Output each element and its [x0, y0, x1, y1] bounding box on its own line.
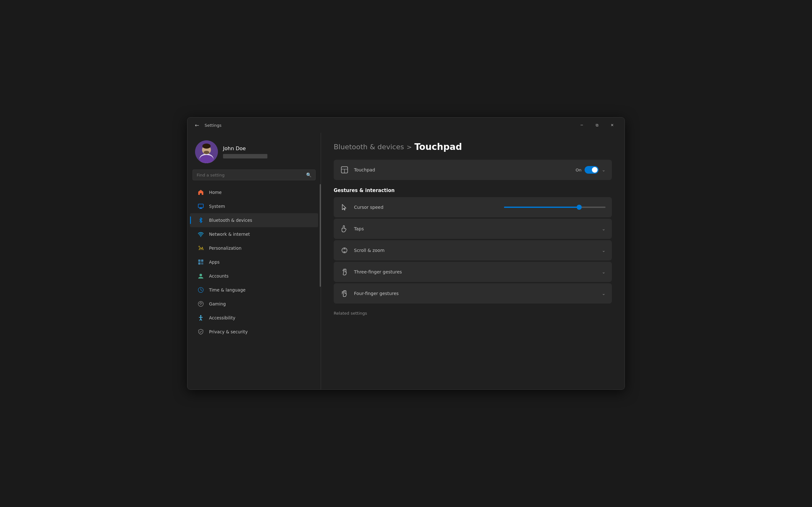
sidebar-item-personalization[interactable]: Personalization: [190, 241, 318, 255]
main-layout: John Doe 🔍 Home: [188, 133, 624, 389]
touchpad-chevron[interactable]: ⌄: [602, 167, 606, 172]
titlebar: ← Settings ─ ⧉ ✕: [188, 118, 624, 133]
slider-track: [504, 207, 606, 208]
back-button[interactable]: ←: [193, 121, 201, 130]
four-finger-label: Four-finger gestures: [354, 291, 597, 296]
sidebar-item-accounts[interactable]: Accounts: [190, 269, 318, 283]
restore-button[interactable]: ⧉: [590, 120, 604, 130]
sidebar-item-system[interactable]: System: [190, 199, 318, 213]
back-icon: ←: [195, 122, 199, 128]
time-icon: [198, 287, 204, 293]
privacy-icon: [198, 329, 204, 335]
sidebar-item-home[interactable]: Home: [190, 185, 318, 199]
sidebar-item-bluetooth[interactable]: Bluetooth & devices: [190, 213, 318, 227]
sidebar: John Doe 🔍 Home: [188, 133, 321, 389]
sidebar-scrollbar-thumb: [320, 184, 321, 287]
cursor-speed-control: [504, 207, 606, 208]
sidebar-item-privacy[interactable]: Privacy & security: [190, 325, 318, 339]
four-finger-row[interactable]: Four-finger gestures ⌄: [334, 283, 612, 303]
touchpad-label: Touchpad: [354, 167, 571, 172]
touchpad-row[interactable]: Touchpad On ⌄: [334, 160, 612, 180]
breadcrumb-parent[interactable]: Bluetooth & devices: [334, 143, 404, 151]
scroll-zoom-label: Scroll & zoom: [354, 248, 597, 253]
window-controls: ─ ⧉ ✕: [574, 120, 619, 130]
taps-card: Taps ⌄: [334, 219, 612, 239]
search-input[interactable]: [197, 173, 304, 177]
cursor-icon: [340, 203, 349, 212]
close-button[interactable]: ✕: [605, 120, 619, 130]
cursor-speed-slider[interactable]: [504, 207, 606, 208]
three-finger-icon: [340, 268, 349, 276]
search-icon: 🔍: [306, 172, 311, 177]
svg-rect-6: [198, 204, 203, 208]
taps-icon: [340, 224, 349, 233]
touchpad-icon: [340, 165, 349, 174]
three-finger-control: ⌄: [602, 269, 606, 274]
sidebar-item-time[interactable]: Time & language: [190, 283, 318, 297]
svg-point-19: [201, 303, 202, 304]
sidebar-item-apps[interactable]: Apps: [190, 255, 318, 269]
three-finger-row[interactable]: Three-finger gestures ⌄: [334, 262, 612, 282]
sidebar-item-label-gaming: Gaming: [209, 301, 226, 306]
sidebar-item-gaming[interactable]: Gaming: [190, 297, 318, 311]
scroll-zoom-icon: [340, 246, 349, 255]
profile-name: John Doe: [223, 146, 267, 152]
avatar[interactable]: [195, 140, 218, 163]
svg-point-18: [200, 303, 200, 304]
sidebar-divider: [321, 133, 321, 389]
profile-info: John Doe: [223, 146, 267, 158]
profile-status-bar: [223, 154, 267, 158]
sidebar-item-label-bluetooth: Bluetooth & devices: [209, 218, 252, 223]
slider-thumb[interactable]: [577, 205, 582, 210]
personalization-icon: [198, 245, 204, 251]
sidebar-item-accessibility[interactable]: Accessibility: [190, 311, 318, 325]
svg-rect-14: [201, 262, 203, 265]
scroll-zoom-row[interactable]: Scroll & zoom ⌄: [334, 240, 612, 261]
svg-line-26: [201, 319, 202, 320]
system-icon: [198, 203, 204, 210]
network-icon: [198, 231, 204, 237]
svg-rect-11: [198, 260, 200, 262]
svg-point-4: [204, 151, 209, 154]
cursor-speed-row[interactable]: Cursor speed: [334, 197, 612, 217]
content-area: Bluetooth & devices > Touchpad Touchpad: [321, 133, 624, 389]
three-finger-label: Three-finger gestures: [354, 269, 597, 274]
sidebar-item-label-privacy: Privacy & security: [209, 329, 248, 334]
taps-chevron[interactable]: ⌄: [602, 226, 606, 231]
four-finger-control: ⌄: [602, 291, 606, 296]
svg-point-15: [200, 274, 202, 276]
sidebar-item-network[interactable]: Network & internet: [190, 227, 318, 241]
scroll-zoom-chevron[interactable]: ⌄: [602, 248, 606, 253]
sidebar-item-label-accounts: Accounts: [209, 274, 229, 279]
sidebar-item-label-system: System: [209, 204, 225, 209]
svg-point-3: [202, 144, 211, 149]
four-finger-card: Four-finger gestures ⌄: [334, 283, 612, 303]
touchpad-card: Touchpad On ⌄: [334, 160, 612, 180]
close-icon: ✕: [611, 123, 614, 127]
sidebar-item-label-network: Network & internet: [209, 232, 250, 237]
svg-point-21: [200, 302, 201, 303]
apps-icon: [198, 259, 204, 265]
four-finger-chevron[interactable]: ⌄: [602, 291, 606, 296]
taps-control: ⌄: [602, 226, 606, 231]
restore-icon: ⧉: [596, 123, 599, 127]
taps-row[interactable]: Taps ⌄: [334, 219, 612, 239]
touchpad-toggle[interactable]: [585, 166, 599, 174]
accounts-icon: [198, 273, 204, 279]
touchpad-control: On ⌄: [576, 166, 606, 174]
cursor-speed-label: Cursor speed: [354, 205, 499, 210]
gaming-icon: [198, 301, 204, 307]
settings-window: ← Settings ─ ⧉ ✕: [187, 117, 625, 390]
bluetooth-icon: [198, 217, 204, 223]
minimize-button[interactable]: ─: [574, 120, 589, 130]
search-box[interactable]: 🔍: [193, 170, 316, 180]
search-container: 🔍: [188, 170, 321, 185]
three-finger-chevron[interactable]: ⌄: [602, 269, 606, 274]
svg-point-9: [200, 236, 201, 237]
breadcrumb-current: Touchpad: [414, 142, 462, 152]
minimize-icon: ─: [580, 123, 583, 127]
slider-fill: [504, 207, 579, 208]
sidebar-item-label-personalization: Personalization: [209, 245, 241, 250]
sidebar-item-label-accessibility: Accessibility: [209, 315, 235, 320]
breadcrumb-separator: >: [407, 143, 412, 151]
